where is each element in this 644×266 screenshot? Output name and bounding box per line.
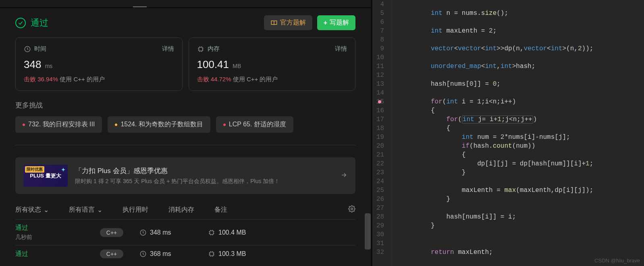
time-details-link[interactable]: 详情 [162,45,174,53]
breakpoint-dot[interactable] [378,100,381,103]
svg-rect-1 [199,47,202,51]
chip-icon [208,229,215,236]
filter-status[interactable]: 所有状态 ⌄ [15,206,49,214]
clock-icon [139,250,147,258]
col-note: 备注 [214,206,227,214]
gear-icon[interactable] [348,205,355,214]
col-memory: 消耗内存 [168,206,194,214]
svg-rect-4 [210,231,214,234]
chevron-down-icon: ⌄ [97,206,102,214]
clock-icon [24,45,31,53]
challenge-pill[interactable]: LCP 65. 舒适的湿度 [216,116,293,133]
submission-row[interactable]: 通过 C++ 368 ms 100.3 MB [15,245,355,262]
plus-promo-banner[interactable]: 限时优惠 ✦ PLUS 量更大 「力扣 Plus 会员」感恩季优惠 限时购 1 … [15,157,355,194]
scrollbar-thumb[interactable] [365,213,371,250]
code-editor[interactable]: 4567891011121314151617181920212223242526… [372,0,644,266]
difficulty-dot [223,124,226,126]
difficulty-dot [23,124,25,126]
svg-point-2 [351,208,353,210]
sparkle-icon: ✦ [61,167,65,173]
status-label: 通过 [31,17,48,29]
line-gutter: 4567891011121314151617181920212223242526… [372,0,392,266]
official-solution-button[interactable]: 官方题解 [264,15,312,30]
memory-details-link[interactable]: 详情 [335,45,347,53]
promo-subtitle: 限时购 1 得 2 可享 365 天 Plus 会员 + 热门平台会员权益。感恩… [75,178,280,185]
challenge-pill[interactable]: 732. 我的日程安排表 III [15,116,102,133]
filter-language[interactable]: 所有语言 ⌄ [69,206,102,214]
tab-strip [0,0,371,8]
check-icon [15,18,26,28]
code-content[interactable]: int n = nums.size(); int maxLenth = 2; v… [392,0,601,266]
write-solution-button[interactable]: + 写题解 [317,15,355,30]
result-panel: 通过 官方题解 + 写题解 时间 详情 348 ms 击败 [0,0,371,266]
clock-icon [139,229,147,236]
chip-icon [197,45,204,53]
chevron-down-icon: ⌄ [44,206,49,214]
memory-card: 内存 详情 100.41 MB 击败 44.72% 使用 C++ 的用户 [189,37,356,91]
status-accepted: 通过 [15,17,48,29]
more-challenges-heading: 更多挑战 [15,101,355,110]
challenge-pill[interactable]: 1524. 和为奇数的子数组数目 [108,116,210,133]
language-badge: C++ [100,250,123,258]
submission-row[interactable]: 通过几秒前 C++ 348 ms 100.4 MB [15,219,355,245]
arrow-right-icon [340,171,347,180]
promo-title: 「力扣 Plus 会员」感恩季优惠 [75,166,280,175]
watermark: CSDN @Niu_brave [594,258,640,264]
promo-image: 限时优惠 ✦ PLUS 量更大 [23,165,68,187]
book-icon [270,19,278,27]
svg-rect-6 [210,252,214,256]
time-card: 时间 详情 348 ms 击败 36.94% 使用 C++ 的用户 [15,37,183,91]
difficulty-dot [115,124,117,126]
col-exec-time: 执行用时 [123,206,148,214]
chip-icon [208,250,215,258]
plus-icon: + [324,19,327,27]
language-badge: C++ [100,228,123,237]
